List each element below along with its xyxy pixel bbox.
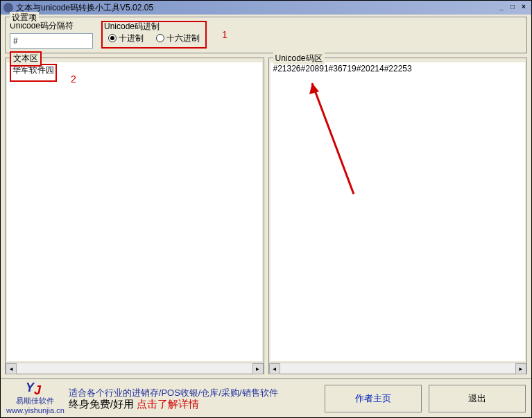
radio-decimal-label: 十进制 xyxy=(119,33,144,44)
arrow-icon xyxy=(298,76,368,201)
logo-line2-red: 点击了解详情 xyxy=(137,398,199,410)
radio-hex-label: 十六进制 xyxy=(166,33,200,44)
exit-button[interactable]: 退出 xyxy=(429,385,526,412)
code-content: #21326#20891#36719#20214#22253 xyxy=(273,64,412,73)
radio-circle-icon xyxy=(108,34,117,42)
scroll-left-icon[interactable]: ◄ xyxy=(269,363,280,374)
annotation-2: 2 xyxy=(71,73,76,85)
annotation-1: 1 xyxy=(222,29,228,40)
separator-input[interactable] xyxy=(10,33,93,49)
logo-block[interactable]: YJ 易顺佳软件 www.yishunjia.cn 适合各个行业的进销存/POS… xyxy=(6,382,318,415)
radio-circle-icon xyxy=(156,34,164,42)
separator-block: Unicode码分隔符 xyxy=(10,20,93,49)
scroll-track[interactable] xyxy=(280,363,516,374)
app-icon xyxy=(3,3,13,12)
logo-line2-black: 终身免费/好用 xyxy=(69,398,137,410)
settings-row: Unicode码分隔符 Unicode码进制 十进制 十六进制 1 xyxy=(10,20,522,49)
titlebar: 文本与unicode码转换小工具V5.02.05 _ □ × xyxy=(1,1,531,15)
text-pane-content[interactable]: 华军软件园 2 xyxy=(7,62,262,361)
radix-group: Unicode码进制 十进制 十六进制 xyxy=(101,21,207,49)
logo-text: 适合各个行业的进销存/POS收银/仓库/采购/销售软件 终身免费/好用 点击了解… xyxy=(69,387,278,410)
logo-icon-wrap: YJ 易顺佳软件 www.yishunjia.cn xyxy=(6,382,65,415)
footer: YJ 易顺佳软件 www.yishunjia.cn 适合各个行业的进销存/POS… xyxy=(1,378,531,417)
scroll-left-icon[interactable]: ◄ xyxy=(6,363,17,374)
minimize-button[interactable]: _ xyxy=(497,3,506,12)
code-scrollbar[interactable]: ◄ ► xyxy=(269,363,527,374)
panes-row: 文本区 华军软件园 2 ◄ ► Unicode码区 #21326#20891#3… xyxy=(1,53,531,378)
svg-line-0 xyxy=(312,83,354,194)
logo-url: www.yishunjia.cn xyxy=(6,406,65,415)
app-window: 文本与unicode码转换小工具V5.02.05 _ □ × 设置项 Unico… xyxy=(0,0,532,418)
scroll-right-icon[interactable]: ► xyxy=(515,363,526,374)
radio-hex[interactable]: 十六进制 xyxy=(156,33,200,44)
svg-marker-1 xyxy=(309,83,319,94)
text-pane-label: 文本区 xyxy=(10,51,42,67)
logo-icon: YJ xyxy=(26,382,45,396)
author-homepage-button[interactable]: 作者主页 xyxy=(325,385,422,412)
text-scrollbar[interactable]: ◄ ► xyxy=(6,363,264,374)
logo-line1: 适合各个行业的进销存/POS收银/仓库/采购/销售软件 xyxy=(69,387,278,399)
settings-group-label: 设置项 xyxy=(10,12,39,24)
radix-radio-row: 十进制 十六进制 xyxy=(108,33,200,44)
window-title: 文本与unicode码转换小工具V5.02.05 xyxy=(16,2,497,14)
scroll-track[interactable] xyxy=(17,363,252,374)
code-pane: Unicode码区 #21326#20891#36719#20214#22253… xyxy=(268,58,528,374)
close-button[interactable]: × xyxy=(519,3,529,12)
code-pane-label: Unicode码区 xyxy=(273,53,325,64)
radix-label: Unicode码进制 xyxy=(104,21,160,33)
scroll-right-icon[interactable]: ► xyxy=(252,363,264,374)
logo-line2: 终身免费/好用 点击了解详情 xyxy=(69,399,278,410)
radio-decimal[interactable]: 十进制 xyxy=(108,33,144,44)
text-pane: 文本区 华军软件园 2 ◄ ► xyxy=(5,58,264,374)
window-controls: _ □ × xyxy=(497,3,529,12)
settings-group: 设置项 Unicode码分隔符 Unicode码进制 十进制 十六进制 xyxy=(5,17,527,53)
maximize-button[interactable]: □ xyxy=(508,3,517,12)
code-pane-content[interactable]: #21326#20891#36719#20214#22253 xyxy=(271,62,526,361)
